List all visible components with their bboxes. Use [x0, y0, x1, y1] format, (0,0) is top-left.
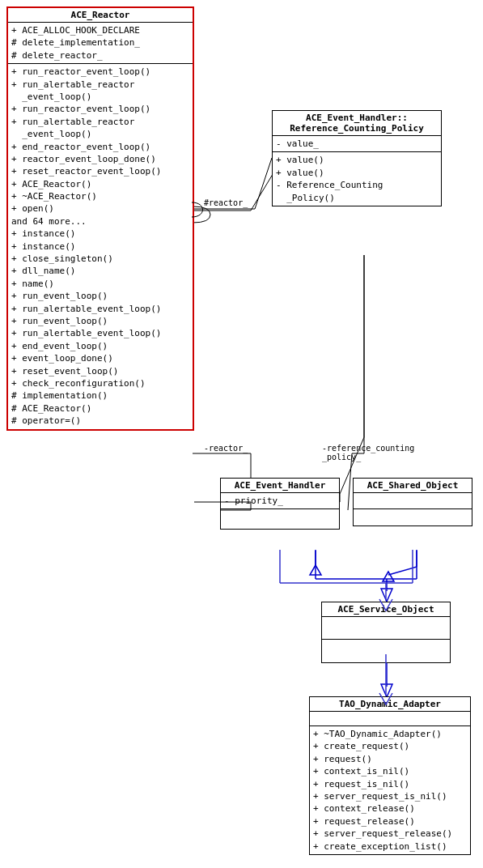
- ace-event-handler-ref-title: ACE_Event_Handler::Reference_Counting_Po…: [273, 111, 441, 136]
- svg-line-7: [348, 453, 352, 510]
- tao-dynamic-adapter-section2: + ~TAO_Dynamic_Adapter() + create_reques…: [310, 726, 470, 854]
- ace-service-object-box: ACE_Service_Object: [321, 602, 451, 663]
- reactor-label: #reactor_: [204, 198, 248, 207]
- ace-event-handler-ref-section2: + value() + value() - Reference_Counting…: [273, 152, 441, 206]
- svg-line-21: [255, 158, 272, 209]
- ace-reactor-section2: + run_reactor_event_loop() + run_alertab…: [8, 64, 193, 428]
- ace-reactor-title: ACE_Reactor: [8, 8, 193, 23]
- ace-event-handler-ref-section1: - value_: [273, 136, 441, 152]
- svg-marker-17: [381, 589, 392, 602]
- svg-marker-19: [381, 684, 392, 697]
- ace-shared-object-title: ACE_Shared_Object: [354, 479, 472, 493]
- tao-dynamic-adapter-title: TAO_Dynamic_Adapter: [310, 697, 470, 712]
- ace-shared-object-box: ACE_Shared_Object: [353, 478, 472, 526]
- svg-line-11: [388, 567, 417, 575]
- ace-event-handler-ref-box: ACE_Event_Handler::Reference_Counting_Po…: [272, 110, 442, 206]
- ace-shared-object-section1: [354, 493, 472, 509]
- diagram-container: #reactor_ -reactor_ -reference_counting …: [0, 0, 483, 868]
- ace-event-handler-section2: [221, 509, 339, 529]
- svg-marker-9: [310, 565, 321, 575]
- ace-service-object-section2: [322, 640, 450, 662]
- tao-dynamic-adapter-section1: [310, 712, 470, 726]
- ace-event-handler-box: ACE_Event_Handler - priority_: [220, 478, 340, 530]
- ref-counting-label: -reference_counting _policy_: [322, 444, 414, 462]
- ace-service-object-section1: [322, 617, 450, 640]
- svg-marker-12: [383, 572, 394, 581]
- ace-event-handler-section1: - priority_: [221, 493, 339, 509]
- ace-service-object-title: ACE_Service_Object: [322, 602, 450, 617]
- tao-dynamic-adapter-box: TAO_Dynamic_Adapter + ~TAO_Dynamic_Adapt…: [309, 696, 471, 855]
- ace-reactor-box: ACE_Reactor + ACE_ALLOC_HOOK_DECLARE # d…: [6, 6, 194, 431]
- ace-shared-object-section2: [354, 509, 472, 525]
- reactor-label2: -reactor_: [204, 444, 248, 453]
- ace-event-handler-title: ACE_Event_Handler: [221, 479, 339, 493]
- ace-reactor-section1: + ACE_ALLOC_HOOK_DECLARE # delete_implem…: [8, 23, 193, 64]
